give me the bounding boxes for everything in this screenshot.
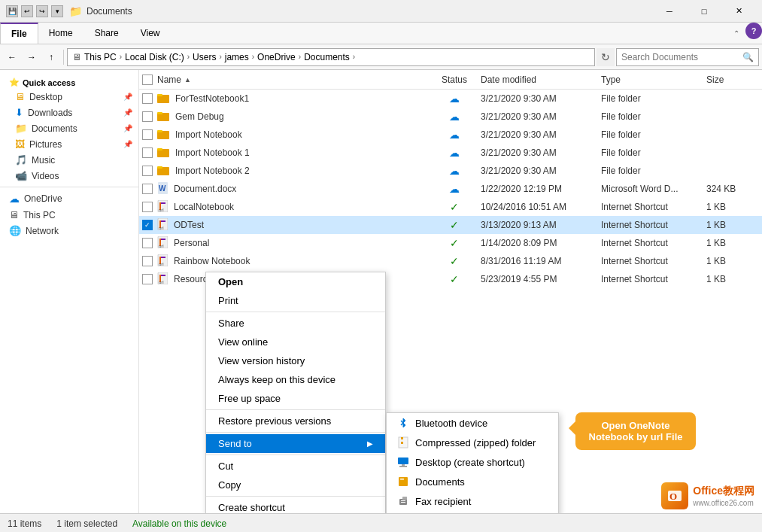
- tab-view[interactable]: View: [130, 23, 172, 44]
- sidebar-item-videos[interactable]: 📹 Videos: [0, 168, 138, 184]
- row-check[interactable]: [142, 202, 157, 212]
- ctx-print[interactable]: Print: [206, 291, 385, 310]
- ctx-restore[interactable]: Restore previous versions: [206, 412, 385, 430]
- sub-desktop[interactable]: Desktop (create shortcut): [387, 452, 558, 472]
- row-checkbox[interactable]: [142, 202, 153, 212]
- music-folder-icon: 🎵: [15, 154, 27, 166]
- desktop-folder-icon: 🖥: [15, 91, 25, 102]
- row-type: File folder: [601, 129, 706, 140]
- row-checkbox[interactable]: ✓: [142, 220, 153, 230]
- sub-documents[interactable]: Documents: [387, 472, 558, 491]
- address-bar[interactable]: 🖥 This PC › Local Disk (C:) › Users › ja…: [67, 48, 595, 66]
- sub-bluetooth[interactable]: Bluetooth device: [387, 413, 558, 433]
- sidebar-item-network[interactable]: 🌐 Network: [0, 223, 138, 239]
- context-menu[interactable]: Open Print Share View online View versio…: [205, 272, 386, 513]
- table-row[interactable]: ForTestNotebook1 ☁ 3/21/2020 9:30 AM Fil…: [139, 90, 762, 108]
- ctx-div-4: [206, 454, 385, 455]
- tab-file[interactable]: File: [0, 23, 38, 44]
- header-checkbox[interactable]: [142, 74, 153, 85]
- row-checkbox[interactable]: [142, 147, 153, 158]
- ctx-open[interactable]: Open: [206, 272, 385, 291]
- status-check-icon: ✓: [450, 237, 459, 249]
- search-input[interactable]: [621, 52, 739, 62]
- row-checkbox[interactable]: [142, 238, 153, 248]
- row-check[interactable]: [142, 111, 157, 122]
- row-check[interactable]: [142, 147, 157, 158]
- row-check[interactable]: [142, 93, 157, 104]
- table-row[interactable]: Import Notebook ☁ 3/21/2020 9:30 AM File…: [139, 126, 762, 144]
- search-box[interactable]: 🔍: [616, 48, 759, 66]
- row-check[interactable]: [142, 166, 157, 176]
- maximize-button[interactable]: □: [687, 0, 721, 23]
- row-checkbox[interactable]: [142, 129, 153, 140]
- forward-button[interactable]: →: [23, 48, 41, 66]
- ctx-send-to[interactable]: Send to ▶: [206, 434, 385, 453]
- tab-home[interactable]: Home: [38, 23, 84, 44]
- row-status: ✓: [428, 219, 481, 231]
- table-row[interactable]: Gem Debug ☁ 3/21/2020 9:30 AM File folde…: [139, 108, 762, 126]
- row-checkbox[interactable]: [142, 111, 153, 122]
- row-type: File folder: [601, 166, 706, 176]
- table-row[interactable]: Import Notebook 1 ☁ 3/21/2020 9:30 AM Fi…: [139, 144, 762, 162]
- up-button[interactable]: ↑: [42, 48, 60, 66]
- row-check[interactable]: [142, 256, 157, 266]
- header-date[interactable]: Date modified: [481, 74, 601, 85]
- header-status[interactable]: Status: [428, 74, 481, 85]
- row-check[interactable]: ✓: [142, 220, 157, 230]
- svg-rect-1: [157, 94, 162, 96]
- sub-mail[interactable]: Mail recipient: [387, 511, 558, 513]
- row-checkbox[interactable]: [142, 274, 153, 284]
- ctx-create-shortcut[interactable]: Create shortcut: [206, 498, 385, 513]
- table-row[interactable]: url Personal ✓ 1/14/2020 8:09 PM Interne…: [139, 234, 762, 252]
- table-row[interactable]: url Rainbow Notebook ✓ 8/31/2016 11:19 A…: [139, 252, 762, 270]
- ctx-cut[interactable]: Cut: [206, 457, 385, 476]
- row-check[interactable]: [142, 129, 157, 140]
- sidebar-item-downloads[interactable]: ⬇ Downloads 📌: [0, 105, 138, 120]
- svg-rect-38: [398, 458, 408, 464]
- refresh-button[interactable]: ↻: [597, 48, 615, 66]
- sidebar-item-desktop[interactable]: 🖥 Desktop 📌: [0, 89, 138, 105]
- sub-fax[interactable]: Fax recipient: [387, 491, 558, 511]
- row-type: Internet Shortcut: [601, 202, 706, 212]
- ctx-version-history[interactable]: View version history: [206, 351, 385, 370]
- header-name[interactable]: Name ▲: [157, 74, 428, 85]
- row-check[interactable]: [142, 238, 157, 248]
- table-row[interactable]: ✓ url ODTest ✓ 3/13/2020 9:13 AM Interne…: [139, 216, 762, 234]
- sidebar-item-music[interactable]: 🎵 Music: [0, 152, 138, 168]
- sidebar-item-onedrive[interactable]: ☁ OneDrive: [0, 190, 138, 207]
- row-checkbox[interactable]: [142, 184, 153, 194]
- folder-icon: 📁: [69, 5, 82, 17]
- table-row[interactable]: Import Notebook 2 ☁ 3/21/2020 9:30 AM Fi…: [139, 162, 762, 180]
- svg-rect-18: [161, 220, 165, 222]
- header-size[interactable]: Size: [706, 74, 759, 85]
- submenu-sendto[interactable]: Bluetooth device Compressed (zipped) fol…: [386, 412, 559, 513]
- sidebar-item-thispc[interactable]: 🖥 This PC: [0, 207, 138, 223]
- file-name-label: ForTestNotebook1: [175, 93, 249, 104]
- minimize-button[interactable]: ─: [652, 0, 687, 23]
- ctx-copy[interactable]: Copy: [206, 476, 385, 494]
- ctx-always-keep[interactable]: Always keep on this device: [206, 370, 385, 389]
- dropdown-icon[interactable]: ▾: [51, 5, 63, 17]
- row-check[interactable]: [142, 274, 157, 284]
- table-row[interactable]: W Document.docx ☁ 1/22/2020 12:19 PM Mic…: [139, 180, 762, 198]
- back-button[interactable]: ←: [3, 48, 21, 66]
- header-check[interactable]: [142, 74, 157, 85]
- file-rows-container: ForTestNotebook1 ☁ 3/21/2020 9:30 AM Fil…: [139, 90, 762, 288]
- tab-share[interactable]: Share: [84, 23, 130, 44]
- row-check[interactable]: [142, 184, 157, 194]
- row-checkbox[interactable]: [142, 93, 153, 104]
- close-button[interactable]: ✕: [721, 0, 756, 23]
- ctx-share[interactable]: Share: [206, 314, 385, 333]
- row-checkbox[interactable]: [142, 166, 153, 176]
- star-icon: ⭐: [9, 78, 20, 87]
- table-row[interactable]: url LocalNotebook ✓ 10/24/2016 10:51 AM …: [139, 198, 762, 216]
- sub-zip[interactable]: Compressed (zipped) folder: [387, 433, 558, 452]
- row-checkbox[interactable]: [142, 256, 153, 266]
- ctx-view-online[interactable]: View online: [206, 333, 385, 351]
- header-type[interactable]: Type: [601, 74, 706, 85]
- help-button[interactable]: ?: [745, 23, 762, 39]
- ctx-free-space[interactable]: Free up space: [206, 389, 385, 408]
- sidebar-item-pictures[interactable]: 🖼 Pictures 📌: [0, 136, 138, 152]
- pin-icon-desktop: 📌: [123, 93, 132, 101]
- sidebar-item-documents[interactable]: 📁 Documents 📌: [0, 120, 138, 136]
